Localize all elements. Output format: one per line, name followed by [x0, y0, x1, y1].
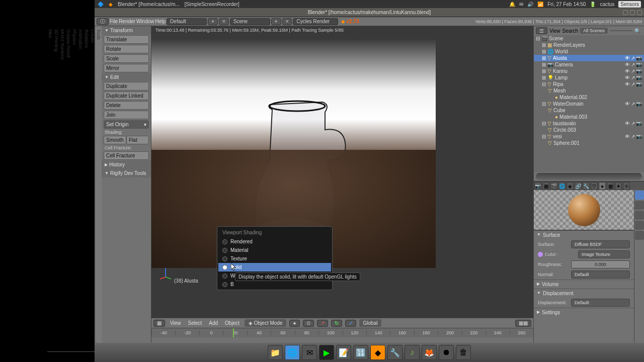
add-menu[interactable]: Add — [207, 320, 220, 326]
prop-tab-object[interactable]: ◈ — [567, 182, 574, 190]
outliner-view-menu[interactable]: View — [549, 28, 560, 34]
join-button[interactable]: Join — [104, 111, 149, 119]
orientation-dropdown[interactable]: Global — [359, 319, 382, 327]
rigify-panel-header[interactable]: ▼Rigify Dev Tools — [102, 169, 151, 177]
shade-flat-button[interactable]: Flat — [126, 136, 149, 144]
duplicate-button[interactable]: Duplicate — [104, 82, 149, 90]
prop-tab-render[interactable]: 📷 — [534, 182, 541, 190]
transform-panel-header[interactable]: ▼Transform — [102, 26, 151, 35]
outline-cube[interactable]: ▽ Cube — [534, 107, 644, 114]
shade-smooth-button[interactable]: Smooth — [104, 136, 126, 144]
window-menu[interactable]: Window — [136, 19, 154, 24]
trash-icon[interactable]: 🗑 — [456, 345, 471, 360]
layers-widget[interactable]: ▦▦ — [515, 320, 531, 327]
editor-type-icon[interactable]: ⓘ — [97, 18, 109, 25]
object-mode-dropdown[interactable]: ◈ Object Mode — [245, 319, 286, 327]
editor-type-outliner-icon[interactable]: ☰ — [536, 27, 547, 34]
history-panel-header[interactable]: ▶History — [102, 160, 151, 169]
outliner-search-input[interactable] — [610, 30, 632, 31]
tab-grease-pencil[interactable]: Grease Pencil — [65, 26, 71, 352]
shading-rendered[interactable]: Rendered — [218, 237, 331, 246]
app-menu-icon[interactable]: 🔷 — [98, 2, 104, 7]
tab-misc[interactable]: Misc — [47, 26, 53, 352]
outline-scene[interactable]: ⊟ 🎬 Scene — [534, 35, 644, 42]
tool-shelf-tabs[interactable]: Tools Create Relations Animation Physics… — [95, 26, 102, 352]
mail-icon[interactable]: ✉ — [519, 2, 523, 7]
playhead[interactable] — [233, 328, 234, 337]
tab-mhx2[interactable]: MHX2 Runtime — [59, 26, 65, 352]
outline-material-003[interactable]: ● Material.003 — [534, 114, 644, 120]
settings-panel-header[interactable]: ▶Settings — [534, 308, 634, 317]
outline-waterdomain[interactable]: ⊟ ▽ WaterDomain👁↗📷 — [534, 101, 644, 107]
preview-monkey-tab[interactable] — [635, 221, 644, 230]
set-origin-dropdown[interactable]: Set Origin▾ — [104, 120, 149, 129]
shading-texture[interactable]: Texture — [218, 254, 331, 263]
pivot-button[interactable]: ⊙ — [303, 320, 314, 327]
outliner-tree[interactable]: ⊟ 🎬 Scene⊞ ▦ RenderLayers⊞ 🌐 World⊞ ▽ Al… — [534, 35, 644, 172]
user-label[interactable]: cactus — [600, 2, 614, 7]
timeline-ruler[interactable]: -40-200204060801001201401601802002202402… — [151, 328, 533, 337]
battery-icon[interactable]: 🔋 — [590, 2, 596, 7]
tab-create[interactable]: Create — [90, 26, 96, 352]
prop-tab-particles[interactable]: ✦ — [615, 182, 622, 190]
outline-vesi[interactable]: ⊟ ▽ vesi👁↗📷 — [534, 133, 644, 140]
scene-dropdown[interactable]: Scene — [230, 18, 270, 25]
normal-dropdown[interactable]: Default — [571, 270, 630, 279]
minimize-button[interactable] — [623, 10, 628, 15]
volume-panel-header[interactable]: ▶Volume — [534, 280, 634, 289]
mirror-button[interactable]: Mirror — [104, 64, 149, 72]
duplicate-linked-button[interactable]: Duplicate Linked — [104, 92, 149, 100]
tray-icon[interactable]: 🔔 — [509, 2, 515, 7]
tab-animation[interactable]: Animation — [77, 26, 84, 352]
browser-icon[interactable]: 🌐 — [285, 345, 300, 360]
prop-tab-layers[interactable]: ▦ — [542, 182, 549, 190]
prop-tab-constraints[interactable]: 🔗 — [575, 182, 582, 190]
music-icon[interactable]: ♪ — [405, 345, 420, 360]
add-layout-button[interactable]: + — [208, 18, 218, 25]
search-icon[interactable]: 🔍 — [634, 28, 640, 34]
outline-kannu[interactable]: ⊞ ▽ Kannu👁↗📷 — [534, 68, 644, 74]
prop-tab-scene[interactable]: 🎬 — [550, 182, 557, 190]
shading-material[interactable]: Material — [218, 246, 331, 254]
displacement-panel-header[interactable]: ▼Displacement — [534, 289, 634, 298]
view-menu[interactable]: View — [168, 320, 183, 326]
preview-flat-tab[interactable] — [635, 191, 644, 200]
shading-bbox[interactable]: B — [218, 280, 331, 289]
close-button[interactable] — [637, 10, 642, 15]
prop-tab-data[interactable]: ▽ — [591, 182, 598, 190]
outline-world[interactable]: ⊞ 🌐 World — [534, 48, 644, 55]
help-menu[interactable]: Help — [155, 19, 166, 24]
outline-circle-003[interactable]: ▽ Circle.003 — [534, 127, 644, 133]
render-engine-dropdown[interactable]: Cycles Render — [293, 18, 338, 25]
wifi-icon[interactable]: 📶 — [537, 2, 543, 7]
remove-layout-button[interactable]: × — [219, 18, 229, 25]
maximize-button[interactable] — [630, 10, 635, 15]
preview-cube-tab[interactable] — [635, 211, 644, 220]
outline-ripa[interactable]: ⊟ ▽ Ripa👁↗📷 — [534, 81, 644, 87]
object-menu[interactable]: Object — [223, 320, 242, 326]
prop-tab-texture[interactable]: ▩ — [607, 182, 614, 190]
roughness-field[interactable]: 0.000 — [571, 260, 630, 268]
prop-tab-world[interactable]: 🌐 — [558, 182, 566, 190]
prop-tab-material[interactable]: ● — [599, 182, 606, 190]
prop-tab-modifiers[interactable]: 🔧 — [583, 182, 590, 190]
settings-icon[interactable]: 🔧 — [387, 345, 403, 360]
surface-panel-header[interactable]: ▼Surface — [534, 231, 634, 239]
outline-lamp[interactable]: ⊞ 💡 Lamp👁↗📷 — [534, 74, 644, 81]
terminal-icon[interactable]: ▶ — [319, 345, 334, 360]
add-scene-button[interactable]: + — [271, 18, 281, 25]
file-menu[interactable]: File — [110, 19, 118, 24]
tab-physics[interactable]: Physics — [71, 26, 77, 352]
tab-relations[interactable]: Relations — [84, 26, 90, 352]
screen-layout-dropdown[interactable]: Default — [167, 18, 207, 25]
select-menu[interactable]: Select — [186, 320, 204, 326]
scale-button[interactable]: Scale — [104, 54, 149, 63]
edit-panel-header[interactable]: ▼Edit — [102, 73, 151, 81]
manipulator-rotate-icon[interactable]: ↻ — [331, 320, 342, 327]
displacement-dropdown[interactable]: Default — [571, 299, 630, 307]
outline-camera[interactable]: ⊞ 📷 Camera👁↗📷 — [534, 61, 644, 68]
outline-alusta[interactable]: ⊞ ▽ Alusta👁↗📷 — [534, 55, 644, 61]
outline-mesh[interactable]: ▽ Mesh — [534, 87, 644, 94]
outliner-scrollbar[interactable] — [536, 173, 642, 180]
color-input-dropdown[interactable]: Image Texture — [578, 250, 630, 258]
